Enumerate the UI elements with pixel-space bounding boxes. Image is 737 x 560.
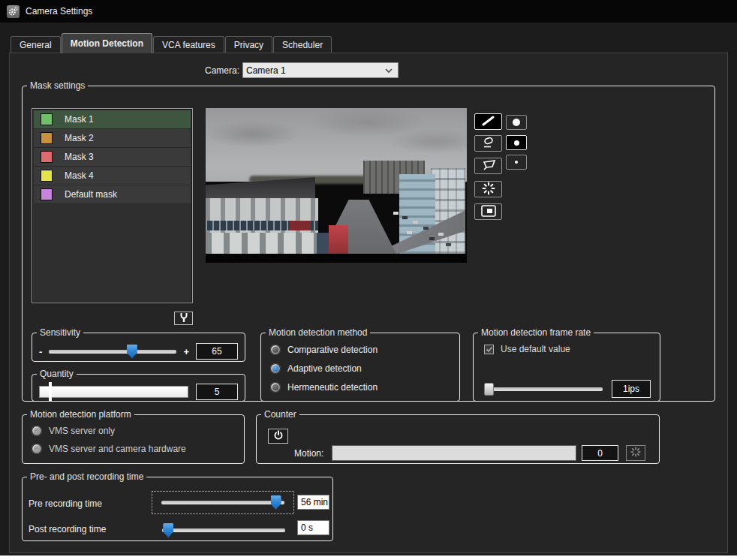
mask-color-swatch [41,170,53,182]
tab-motion-detection[interactable]: Motion Detection [62,33,152,53]
motion-detection-method-legend: Motion detection method [266,327,370,338]
mask-color-swatch [41,188,53,200]
sensitivity-slider-thumb[interactable] [127,345,137,359]
brush-size-medium-button[interactable] [506,135,527,150]
pre-recording-slider-thumb[interactable] [271,495,281,510]
gear-icon [7,5,20,18]
mask-list: Mask 1 Mask 2 Mask 3 Mask 4 Default mask [32,108,193,303]
sensitivity-group: Sensitivity - + 65 [32,327,245,362]
frame-rate-group: Motion detection frame rate Use default … [473,327,660,402]
preview-sky [206,108,467,182]
camera-selected-value: Camera 1 [246,65,384,76]
platform-option-vms-only[interactable]: VMS server only [32,426,244,436]
preview-letterbox [206,254,467,263]
method-option-label: Hermeneutic detection [287,382,378,393]
pre-recording-slider[interactable] [161,501,284,504]
quantity-value[interactable]: 5 [196,384,238,400]
mask-list-item[interactable]: Mask 3 [34,148,191,167]
motion-counter-value: 0 [582,445,618,461]
pen-tool-button[interactable] [474,113,502,130]
post-recording-slider-thumb[interactable] [163,523,173,537]
burst-icon [482,182,495,197]
brush-size-large-button[interactable] [506,115,527,130]
post-recording-label: Post recording time [29,524,106,534]
post-recording-value[interactable]: 0 s [297,520,329,535]
post-recording-slider[interactable] [162,528,285,532]
burst-icon [630,447,641,459]
picture-in-picture-icon [481,205,496,219]
mask-options-button[interactable] [174,312,193,325]
sensitivity-value[interactable]: 65 [196,343,238,360]
quantity-slider-thumb[interactable] [49,382,52,402]
mask-label: Default mask [65,189,117,200]
sensitivity-legend: Sensitivity [37,327,83,338]
platform-group: Motion detection platform VMS server onl… [22,409,245,464]
brush-size-small-button[interactable] [506,155,527,170]
tab-privacy[interactable]: Privacy [225,36,272,53]
mask-list-item[interactable]: Default mask [34,185,191,204]
window-title: Camera Settings [26,6,92,17]
counter-power-button[interactable] [268,429,288,444]
platform-option-label: VMS server and camera hardware [49,444,186,454]
frame-rate-legend: Motion detection frame rate [478,327,594,338]
mask-list-item[interactable]: Mask 4 [34,167,191,185]
dot-large-icon [513,119,520,126]
mask-color-swatch [41,113,53,125]
tab-general[interactable]: General [11,36,61,53]
camera-settings-window: Camera Settings General Motion Detection… [0,0,737,560]
pen-icon [481,116,496,128]
full-frame-mask-button[interactable] [474,203,502,220]
motion-counter-bar [332,445,576,461]
quantity-slider[interactable] [39,386,188,398]
tab-vca-features[interactable]: VCA features [153,36,224,53]
motion-counter-label: Motion: [294,448,323,459]
counter-reset-button[interactable] [626,445,645,461]
camera-label: Camera: [187,65,239,76]
recording-time-legend: Pre- and post recording time [27,471,146,482]
mask-label: Mask 3 [65,152,94,162]
use-default-checkbox[interactable] [484,345,494,354]
motion-detection-method-group: Motion detection method Comparative dete… [260,327,460,402]
camera-select[interactable]: Camera 1 [242,62,399,78]
sensitivity-minus-button[interactable]: - [39,346,42,357]
method-option-adaptive[interactable]: Adaptive detection [270,363,459,374]
frame-rate-slider[interactable] [484,387,603,391]
frame-rate-value: 1ips [612,380,651,398]
quantity-group: Quantity 5 [32,369,245,402]
mask-label: Mask 4 [65,170,94,181]
radio-icon[interactable] [270,382,281,393]
pre-recording-label: Pre recording time [29,498,102,509]
sensitivity-plus-button[interactable]: + [183,346,189,357]
pre-recording-slider-focus [152,491,294,514]
tab-scheduler[interactable]: Scheduler [273,36,332,53]
radio-icon[interactable] [270,363,281,374]
radio-icon[interactable] [32,444,42,454]
use-default-label: Use default value [501,344,570,354]
mask-color-swatch [41,151,53,163]
radio-icon[interactable] [270,345,281,355]
mask-label: Mask 1 [65,114,94,125]
preview-red-sign [290,221,311,230]
polygon-tool-button[interactable] [474,158,502,174]
eraser-tool-button[interactable] [474,135,502,152]
clear-mask-button[interactable] [474,181,502,197]
preview-red-banner [329,225,348,255]
dot-medium-icon [514,140,519,146]
sensitivity-slider[interactable] [49,350,176,354]
mask-list-item[interactable]: Mask 1 [34,110,191,129]
pre-recording-value[interactable]: 56 min [297,495,329,510]
titlebar: Camera Settings [0,0,737,23]
method-option-hermeneutic[interactable]: Hermeneutic detection [270,382,459,393]
camera-preview[interactable] [206,108,467,263]
platform-option-vms-and-camera[interactable]: VMS server and camera hardware [32,444,244,454]
method-option-comparative[interactable]: Comparative detection [270,345,459,355]
wrench-icon [179,312,188,325]
platform-option-label: VMS server only [49,426,115,436]
frame-rate-slider-thumb[interactable] [484,383,494,396]
radio-icon[interactable] [32,426,42,436]
preview-right-building [431,168,465,254]
polygon-icon [480,159,497,173]
mask-list-item[interactable]: Mask 2 [34,129,191,148]
chevron-down-icon [384,65,393,76]
method-option-label: Comparative detection [287,345,378,355]
